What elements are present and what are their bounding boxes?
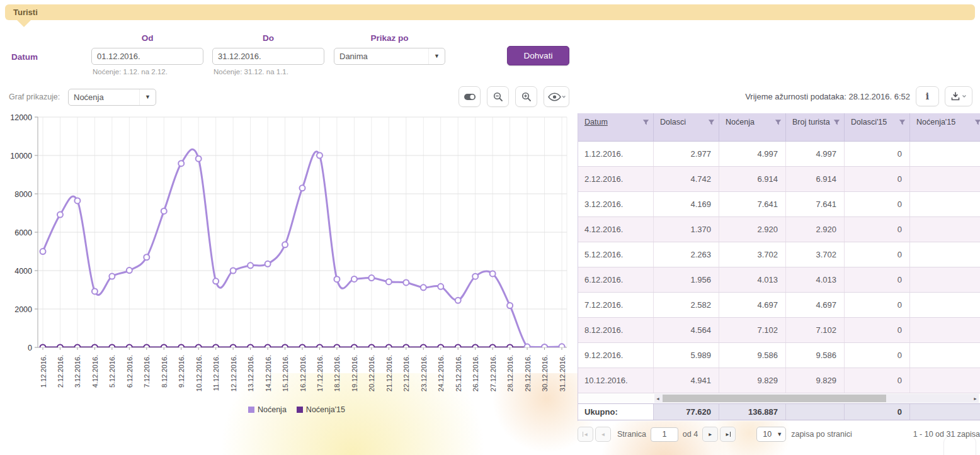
svg-text:16.12.2016.: 16.12.2016.: [299, 355, 307, 391]
zoom-out-button[interactable]: [487, 86, 509, 107]
cell-value: 2.977: [654, 142, 719, 166]
legend-swatch: [248, 407, 254, 413]
dropdown-arrow-icon: ▼: [773, 427, 785, 442]
date-from-input[interactable]: [92, 48, 203, 64]
column-label: Broj turista: [792, 118, 830, 128]
total-value: 0: [845, 404, 910, 420]
filter-icon[interactable]: [899, 119, 906, 128]
svg-text:28.12.2016.: 28.12.2016.: [506, 355, 514, 391]
pages-count-label: od 4: [683, 430, 698, 439]
total-value: [786, 404, 845, 420]
total-value: 77.620: [654, 404, 719, 420]
column-label: Noćenja: [726, 118, 755, 128]
next-page-button[interactable]: ►: [702, 427, 718, 442]
chart-legend: NoćenjaNoćenja'15: [5, 405, 572, 414]
svg-text:8000: 8000: [14, 190, 32, 199]
cell-value: 4.013: [719, 267, 786, 292]
cell-value: 4.941: [654, 368, 719, 393]
page-size-value: 10: [757, 430, 773, 439]
cell-value: [910, 217, 980, 242]
totals-row: Ukupno: 77.620136.8870: [578, 403, 980, 420]
legend-label: Noćenja'15: [306, 405, 345, 414]
cell-value: 9.829: [786, 368, 845, 393]
scroll-right-icon[interactable]: ►: [972, 396, 979, 401]
legend-label: Noćenja: [258, 405, 287, 414]
table-row: 8.12.2016.4.5647.1027.1020: [578, 318, 980, 343]
date-to-input[interactable]: [213, 48, 324, 64]
cell-value: 3.702: [786, 242, 845, 267]
line-chart[interactable]: 0200040006000800010000120001.12.2016.2.1…: [5, 112, 572, 403]
info-button[interactable]: i: [916, 86, 939, 106]
last-page-icon: ►: [725, 432, 730, 437]
download-icon: [950, 92, 967, 101]
scroll-left-icon[interactable]: ◄: [654, 396, 661, 401]
date-from-hint: Noćenje: 1.12. na 2.12.: [93, 68, 168, 76]
prikaz-po-select[interactable]: Danima ▼: [334, 48, 445, 65]
column-label: Datum: [584, 118, 608, 128]
column-header-dolasci[interactable]: Dolasci: [654, 113, 719, 141]
cell-value: [910, 318, 980, 342]
tab-turisti[interactable]: Turisti: [5, 4, 975, 20]
table-row: 4.12.2016.1.3702.9202.9200: [578, 217, 980, 242]
page-size-select[interactable]: 10 ▼: [756, 427, 786, 442]
svg-text:25.12.2016.: 25.12.2016.: [455, 355, 462, 391]
toggle-button[interactable]: [459, 86, 481, 107]
prev-page-button[interactable]: ◄: [595, 427, 611, 442]
svg-text:9.12.2016.: 9.12.2016.: [178, 355, 185, 388]
legend-item[interactable]: Noćenja'15: [297, 405, 345, 414]
cell-value: 0: [845, 293, 910, 317]
scrollbar-track[interactable]: [661, 395, 972, 402]
cell-value: [910, 167, 980, 191]
legend-item[interactable]: Noćenja: [248, 405, 287, 414]
cell-value: 0: [845, 167, 910, 191]
svg-text:30.12.2016.: 30.12.2016.: [541, 355, 549, 391]
visibility-button[interactable]: [544, 86, 569, 107]
dropdown-arrow-icon: ▼: [428, 48, 445, 64]
svg-text:22.12.2016.: 22.12.2016.: [402, 355, 410, 391]
page-number-input[interactable]: [651, 427, 678, 442]
filter-icon[interactable]: [833, 119, 840, 128]
table-row: 7.12.2016.2.5824.6974.6970: [578, 293, 980, 318]
svg-text:1.12.2016.: 1.12.2016.: [40, 355, 47, 388]
cell-value: 2.920: [786, 217, 845, 242]
zoom-in-button[interactable]: [515, 86, 537, 107]
filter-icon[interactable]: [775, 119, 782, 128]
download-button[interactable]: [945, 86, 972, 106]
dropdown-arrow-icon: ▼: [139, 89, 156, 105]
column-header-no-enja[interactable]: Noćenja: [719, 113, 786, 141]
horizontal-scrollbar[interactable]: ◄ ►: [654, 394, 979, 403]
first-page-button[interactable]: ◄: [578, 427, 593, 442]
date-to-hint: Noćenje: 31.12. na 1.1.: [214, 68, 288, 76]
column-header-broj-turista[interactable]: Broj turista: [786, 113, 845, 141]
cell-date: 5.12.2016.: [578, 242, 654, 267]
svg-text:24.12.2016.: 24.12.2016.: [437, 355, 445, 391]
tab-pointer: [17, 20, 31, 27]
cell-value: [910, 293, 980, 317]
dohvati-button[interactable]: Dohvati: [507, 46, 569, 65]
table-body: 1.12.2016.2.9774.9974.99702.12.2016.4.74…: [578, 142, 980, 393]
filter-icon[interactable]: [974, 119, 980, 128]
scrollbar-thumb[interactable]: [663, 395, 886, 402]
table-row: 1.12.2016.2.9774.9974.9970: [578, 142, 980, 167]
cell-date: 8.12.2016.: [578, 318, 654, 342]
svg-text:6.12.2016.: 6.12.2016.: [126, 355, 134, 388]
last-page-button[interactable]: ►: [720, 427, 736, 442]
cell-value: [910, 242, 980, 267]
svg-text:3.12.2016.: 3.12.2016.: [74, 355, 81, 388]
cell-value: 7.641: [719, 192, 786, 216]
svg-text:26.12.2016.: 26.12.2016.: [472, 355, 479, 391]
cell-value: 7.102: [786, 318, 845, 342]
cell-value: 7.102: [719, 318, 786, 342]
table-row: 2.12.2016.4.7426.9146.9140: [578, 167, 980, 192]
table-header-row: DatumDolasciNoćenjaBroj turistaDolasci'1…: [578, 113, 980, 142]
cell-value: 7.641: [786, 192, 845, 216]
graf-prikazuje-select[interactable]: Noćenja ▼: [68, 89, 156, 106]
cell-value: 0: [845, 192, 910, 216]
filter-icon[interactable]: [708, 119, 715, 128]
column-header-no-enja-15[interactable]: Noćenja'15: [910, 113, 980, 141]
column-header-datum[interactable]: Datum: [578, 113, 654, 141]
filter-icon[interactable]: [642, 119, 649, 128]
cell-value: 4.169: [654, 192, 719, 216]
svg-text:14.12.2016.: 14.12.2016.: [265, 355, 272, 391]
column-header-dolasci-15[interactable]: Dolasci'15: [845, 113, 910, 141]
